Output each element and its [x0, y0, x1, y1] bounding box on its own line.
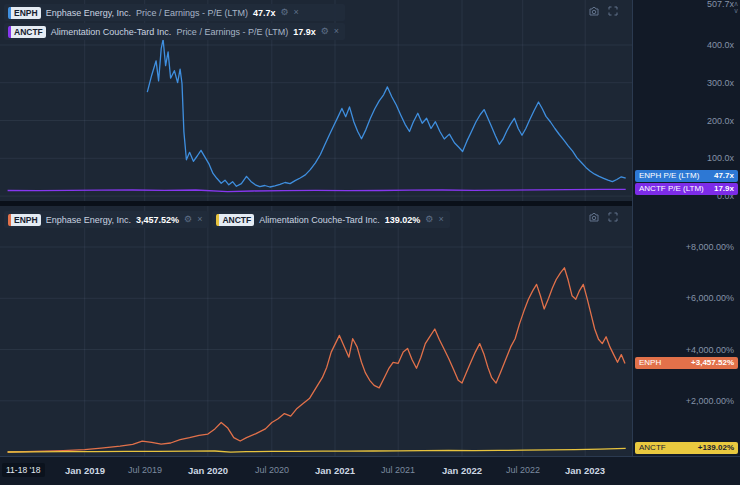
ticker-chip: ENPH [8, 214, 41, 226]
x-axis-label: Jan 2021 [315, 465, 355, 476]
last-value-tag-ANCTF-price-change[interactable]: ANCTF+139.02% [635, 442, 738, 454]
close-icon[interactable]: × [197, 215, 202, 224]
x-axis-label: Jan 2022 [442, 465, 482, 476]
tag-value: +139.02% [698, 442, 734, 454]
legend-row-anctf-price[interactable]: ANCTF Alimentation Couche-Tard Inc. 139.… [212, 211, 449, 228]
legend-row-anctf-pe[interactable]: ANCTF Alimentation Couche-Tard Inc. Pric… [4, 23, 345, 40]
tag-value: +3,457.52% [691, 357, 734, 369]
x-axis-label: Jul 2020 [255, 465, 289, 475]
tag-value: 47.7x [714, 170, 734, 182]
x-axis-label: Jul 2021 [381, 465, 415, 475]
camera-icon[interactable] [588, 211, 600, 223]
value-axis[interactable]: ∧ ∨ 507.7x400.0x300.0x200.0x100.0x0.0xEN… [632, 0, 740, 456]
tag-label: ENPH P/E (LTM) [639, 170, 699, 182]
legend-value: 17.9x [293, 27, 316, 37]
y-axis-label: 200.0x [707, 116, 734, 126]
pe-chart-panel: ENPH Enphase Energy, Inc. Price / Earnin… [0, 0, 632, 201]
ticker-chip: ANCTF [8, 26, 46, 38]
axis-collapse-control: ∧ ∨ [732, 0, 740, 14]
tag-value: 17.9x [714, 183, 734, 195]
company-name: Alimentation Couche-Tard Inc. [51, 27, 172, 37]
y-axis-label: +4,000.00% [686, 345, 734, 355]
gear-icon[interactable]: ⚙ [321, 27, 329, 36]
expand-icon[interactable] [607, 211, 619, 223]
date-axis-labels: Jan 2019Jul 2019Jan 2020Jul 2020Jan 2021… [0, 457, 632, 485]
close-icon[interactable]: × [293, 8, 298, 17]
x-axis-label: Jan 2020 [188, 465, 228, 476]
tag-label: ENPH [639, 357, 661, 369]
pe-legend: ENPH Enphase Energy, Inc. Price / Earnin… [4, 4, 345, 40]
x-axis-label: Jan 2023 [565, 465, 605, 476]
ticker-chip: ANCTF [216, 214, 254, 226]
pe-panel-tools [588, 5, 619, 17]
last-value-tag-ENPH-PE-LTM[interactable]: ENPH P/E (LTM)47.7x [635, 170, 738, 182]
metric-name: Price / Earnings - P/E (LTM) [176, 27, 288, 37]
series-line-ANCTF-PE-LTM [8, 189, 626, 191]
legend-value: 139.02% [385, 215, 421, 225]
legend-row-enph-price[interactable]: ENPH Enphase Energy, Inc. 3,457.52% ⚙ × [4, 211, 208, 228]
chevron-down-icon[interactable]: ∨ [733, 7, 738, 14]
company-name: Alimentation Couche-Tard Inc. [259, 215, 380, 225]
price-panel-tools [588, 211, 619, 223]
price-legend: ENPH Enphase Energy, Inc. 3,457.52% ⚙ × … [4, 211, 450, 228]
y-axis-label: +2,000.00% [686, 396, 734, 406]
tag-label: ANCTF [639, 442, 666, 454]
chevron-up-icon[interactable]: ∧ [733, 0, 738, 7]
y-axis-label: 100.0x [707, 153, 734, 163]
ticker-chip: ENPH [8, 7, 41, 19]
y-axis-label: +6,000.00% [686, 293, 734, 303]
close-icon[interactable]: × [438, 215, 443, 224]
legend-value: 47.7x [253, 8, 276, 18]
company-name: Enphase Energy, Inc. [46, 8, 131, 18]
y-axis-label: +8,000.00% [686, 242, 734, 252]
x-axis-label: Jan 2019 [65, 465, 105, 476]
y-axis-label: 300.0x [707, 78, 734, 88]
series-line-ENPH-price-change [8, 268, 625, 452]
price-change-panel: ENPH Enphase Energy, Inc. 3,457.52% ⚙ × … [0, 206, 632, 456]
legend-row-enph-pe[interactable]: ENPH Enphase Energy, Inc. Price / Earnin… [4, 4, 345, 21]
x-axis-label: Jul 2019 [128, 465, 162, 475]
gear-icon[interactable]: ⚙ [184, 215, 192, 224]
gear-icon[interactable]: ⚙ [425, 215, 433, 224]
chart-app: ENPH Enphase Energy, Inc. Price / Earnin… [0, 0, 740, 485]
tag-label: ANCTF P/E (LTM) [639, 183, 704, 195]
company-name: Enphase Energy, Inc. [46, 215, 131, 225]
last-value-tag-ANCTF-PE-LTM[interactable]: ANCTF P/E (LTM)17.9x [635, 183, 738, 195]
legend-value: 3,457.52% [136, 215, 179, 225]
y-axis-label: 400.0x [707, 40, 734, 50]
expand-icon[interactable] [607, 5, 619, 17]
date-axis[interactable]: 11-18 '18 Jan 2019Jul 2019Jan 2020Jul 20… [0, 456, 740, 485]
gear-icon[interactable]: ⚙ [280, 8, 288, 17]
metric-name: Price / Earnings - P/E (LTM) [136, 8, 248, 18]
camera-icon[interactable] [588, 5, 600, 17]
series-line-ANCTF-price-change [8, 448, 626, 452]
last-value-tag-ENPH-price-change[interactable]: ENPH+3,457.52% [635, 357, 738, 369]
close-icon[interactable]: × [334, 27, 339, 36]
y-axis-label: 507.7x [707, 0, 734, 9]
price-chart-canvas[interactable] [0, 206, 632, 456]
x-axis-label: Jul 2022 [506, 465, 540, 475]
series-line-ENPH-PE-LTM [147, 39, 625, 187]
